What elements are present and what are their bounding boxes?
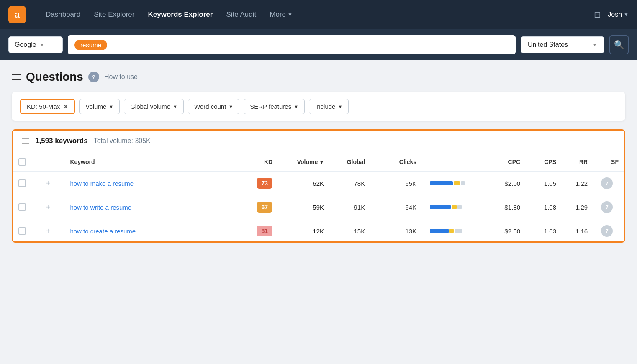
logo[interactable]: a	[8, 6, 26, 23]
cps-value: 1.08	[544, 204, 556, 211]
row-bar-cell	[423, 219, 486, 243]
row-checkbox[interactable]	[18, 203, 26, 211]
search-input-area[interactable]: resume	[68, 35, 516, 54]
include-chevron-icon: ▼	[338, 104, 342, 109]
search-icon: 🔍	[614, 40, 624, 50]
header-clicks[interactable]: Clicks	[372, 153, 423, 171]
kd-badge: 67	[257, 202, 272, 213]
row-sf-cell: 7	[594, 219, 625, 243]
filter-include[interactable]: Include ▼	[309, 99, 349, 114]
table-row: + how to make a resume 73 62K 78K 65K	[12, 171, 625, 195]
row-global-cell: 78K	[331, 171, 372, 195]
row-cpc-cell: $2.00	[486, 171, 527, 195]
header-global[interactable]: Global	[331, 153, 372, 171]
row-cps-cell: 1.03	[527, 219, 563, 243]
how-to-use-link[interactable]: How to use	[104, 73, 138, 81]
global-value: 91K	[354, 204, 365, 211]
header-cps[interactable]: CPS	[527, 153, 563, 171]
header-volume[interactable]: Volume ▼	[279, 153, 331, 171]
row-checkbox-cell	[12, 219, 37, 243]
filter-close-icon[interactable]: ✕	[63, 103, 68, 110]
nav-dashboard[interactable]: Dashboard	[40, 7, 86, 22]
row-checkbox[interactable]	[18, 227, 26, 235]
table-wrapper: Keyword KD Volume ▼ Global	[12, 153, 625, 243]
header-checkbox-col	[12, 153, 37, 171]
clicks-value: 13K	[405, 228, 416, 235]
row-volume-cell: 59K	[279, 195, 331, 219]
help-button[interactable]: ?	[88, 72, 99, 82]
nav-site-explorer[interactable]: Site Explorer	[88, 7, 140, 22]
add-keyword-button[interactable]: +	[44, 179, 52, 187]
row-checkbox[interactable]	[18, 179, 26, 187]
row-checkbox-cell	[12, 195, 37, 219]
header-keyword[interactable]: Keyword	[63, 153, 238, 171]
keyword-link[interactable]: how to create a resume	[70, 228, 136, 235]
row-kd-cell: 67	[238, 195, 279, 219]
search-tag[interactable]: resume	[74, 40, 107, 50]
global-volume-chevron-icon: ▼	[173, 104, 177, 109]
filter-word-count[interactable]: Word count ▼	[188, 99, 239, 114]
header-sf[interactable]: SF	[594, 153, 625, 171]
row-sf-cell: 7	[594, 195, 625, 219]
filter-volume[interactable]: Volume ▼	[79, 99, 120, 114]
kd-badge: 73	[257, 178, 272, 189]
sf-badge: 7	[601, 225, 613, 237]
global-value: 15K	[354, 228, 365, 235]
add-keyword-button[interactable]: +	[44, 203, 52, 211]
row-volume-cell: 62K	[279, 171, 331, 195]
keyword-link[interactable]: how to make a resume	[70, 180, 134, 187]
nav-keywords-explorer[interactable]: Keywords Explorer	[142, 7, 219, 22]
header-cpc[interactable]: CPC	[486, 153, 527, 171]
keyword-link[interactable]: how to write a resume	[70, 204, 131, 211]
search-bar: Google ▼ resume United States ▼ 🔍	[0, 29, 637, 60]
country-select[interactable]: United States ▼	[521, 36, 604, 53]
table-row: + how to write a resume 67 59K 91K 64K	[12, 195, 625, 219]
header-kd[interactable]: KD	[238, 153, 279, 171]
user-menu[interactable]: Josh ▼	[608, 11, 629, 18]
row-clicks-cell: 64K	[372, 195, 423, 219]
volume-value: 62K	[313, 180, 324, 187]
filters-bar: KD: 50-Max ✕ Volume ▼ Global volume ▼ Wo…	[12, 92, 625, 121]
rr-value: 1.29	[575, 204, 588, 211]
cpc-value: $2.50	[505, 228, 521, 235]
engine-select[interactable]: Google ▼	[8, 36, 63, 53]
row-global-cell: 15K	[331, 219, 372, 243]
layout-icon[interactable]: ⊟	[594, 10, 601, 20]
clicks-bar	[430, 205, 467, 209]
bar-yellow	[454, 181, 460, 185]
page-title: Questions	[26, 70, 83, 84]
row-cps-cell: 1.05	[527, 171, 563, 195]
page-header: Questions ? How to use	[12, 70, 625, 84]
row-clicks-cell: 13K	[372, 219, 423, 243]
row-keyword-cell: how to create a resume	[63, 219, 238, 243]
row-volume-cell: 12K	[279, 219, 331, 243]
filter-serp-features[interactable]: SERP features ▼	[244, 99, 305, 114]
volume-chevron-icon: ▼	[109, 104, 113, 109]
clicks-bar	[430, 181, 467, 185]
clicks-value: 65K	[405, 180, 416, 187]
top-nav: a Dashboard Site Explorer Keywords Explo…	[0, 0, 637, 29]
sidebar-toggle-icon[interactable]	[12, 74, 21, 80]
total-volume: Total volume: 305K	[94, 137, 151, 145]
nav-more[interactable]: More ▼	[264, 7, 298, 22]
row-clicks-cell: 65K	[372, 171, 423, 195]
row-rr-cell: 1.16	[563, 219, 594, 243]
nav-divider	[33, 7, 33, 22]
header-rr[interactable]: RR	[563, 153, 594, 171]
row-add-cell: +	[37, 219, 63, 243]
nav-site-audit[interactable]: Site Audit	[220, 7, 262, 22]
main-content: Questions ? How to use KD: 50-Max ✕ Volu…	[0, 60, 637, 253]
header-add-col	[37, 153, 63, 171]
active-filter-kd[interactable]: KD: 50-Max ✕	[20, 99, 75, 114]
sf-badge: 7	[601, 201, 613, 213]
engine-chevron-icon: ▼	[40, 42, 45, 48]
columns-toggle-icon[interactable]	[22, 138, 29, 144]
search-button[interactable]: 🔍	[609, 35, 629, 54]
filter-global-volume[interactable]: Global volume ▼	[124, 99, 184, 114]
cpc-value: $2.00	[505, 180, 521, 187]
header-bar	[423, 153, 486, 171]
select-all-checkbox[interactable]	[18, 158, 26, 166]
global-value: 78K	[354, 180, 365, 187]
add-keyword-button[interactable]: +	[44, 227, 52, 235]
row-bar-cell	[423, 195, 486, 219]
